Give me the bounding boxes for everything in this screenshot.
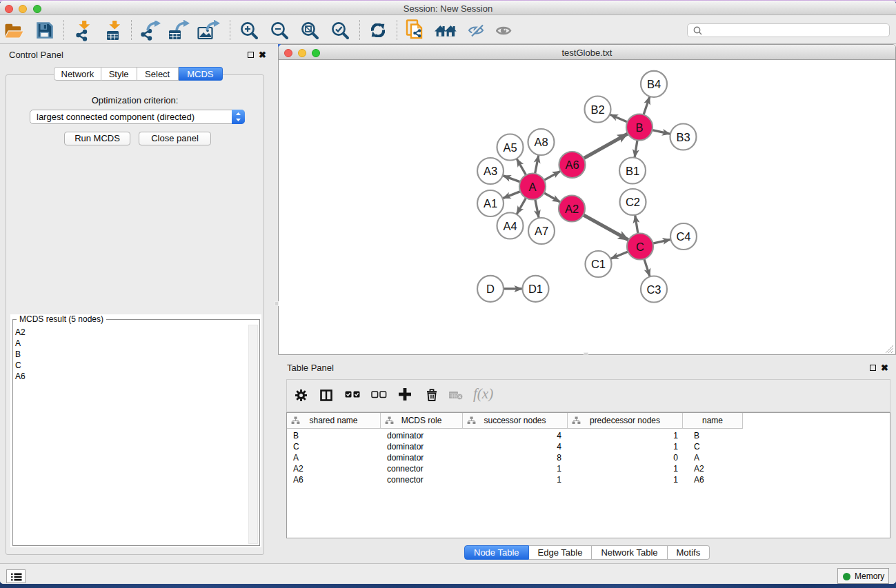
svg-text:A3: A3: [483, 165, 497, 177]
svg-text:A5: A5: [503, 141, 517, 153]
svg-text:B1: B1: [625, 164, 639, 176]
svg-text:A2: A2: [564, 202, 578, 214]
svg-text:C1: C1: [590, 258, 605, 270]
svg-text:C2: C2: [625, 196, 639, 208]
svg-text:B4: B4: [646, 77, 660, 90]
svg-text:D: D: [486, 282, 495, 294]
svg-text:A8: A8: [534, 136, 548, 148]
svg-text:A4: A4: [503, 219, 517, 232]
svg-text:A1: A1: [483, 197, 497, 210]
svg-text:A7: A7: [534, 225, 548, 237]
svg-text:B2: B2: [590, 103, 604, 115]
svg-text:C4: C4: [676, 230, 690, 243]
svg-text:C: C: [636, 240, 644, 252]
svg-text:C3: C3: [646, 283, 661, 295]
svg-text:A6: A6: [565, 159, 579, 171]
svg-text:A: A: [528, 180, 536, 192]
svg-text:B: B: [635, 121, 643, 133]
svg-text:B3: B3: [676, 130, 690, 143]
svg-text:D1: D1: [528, 282, 542, 294]
